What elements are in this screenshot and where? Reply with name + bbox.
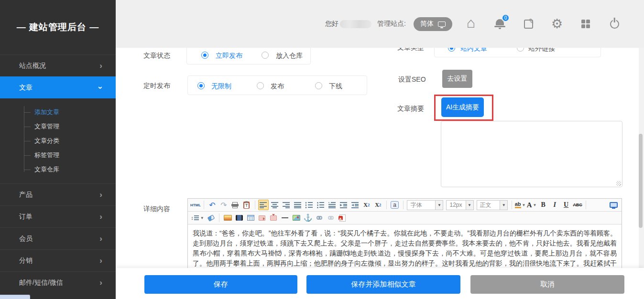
bold-icon[interactable]: B <box>538 200 548 210</box>
subscript-icon[interactable]: X2 <box>361 200 372 210</box>
paste-text-icon[interactable] <box>241 200 252 210</box>
notifications-button[interactable]: 0 <box>493 18 506 30</box>
align-center-icon[interactable] <box>270 200 280 210</box>
align-right-icon[interactable] <box>281 200 292 210</box>
compose-button[interactable]: ✎ <box>522 18 535 30</box>
sidebar-item-members[interactable]: 会员 › <box>0 227 116 249</box>
radio-to-warehouse[interactable] <box>262 52 269 59</box>
outdent-icon[interactable] <box>350 200 360 210</box>
radio-publish-label: 发布 <box>271 82 284 91</box>
browser-status-tooltip <box>0 295 30 299</box>
red-highlight-box: AI生成摘要 <box>434 95 493 121</box>
insert-table-icon[interactable] <box>245 213 256 223</box>
submenu-item-article-manage[interactable]: 文章管理 <box>0 119 116 134</box>
redo-icon[interactable]: ↷ <box>218 200 229 210</box>
sidebar-item-label: 站点概况 <box>19 62 46 70</box>
chevron-right-icon: › <box>99 235 102 243</box>
sidebar-item-products[interactable]: 产品 › <box>0 183 116 205</box>
schedule-label: 定时发布 <box>143 82 170 90</box>
ordered-list-icon[interactable] <box>304 200 315 210</box>
superscript-icon[interactable]: X2 <box>373 200 383 210</box>
unlink-icon[interactable] <box>326 213 336 223</box>
sidebar-item-articles[interactable]: 文章 › <box>0 76 116 98</box>
insert-image-icon[interactable] <box>222 213 233 223</box>
apps-button[interactable] <box>579 18 592 30</box>
radio-publish[interactable] <box>257 82 264 89</box>
editor-toolbar-row2: ↕ ▼ ⚓ A <box>188 212 622 224</box>
radio-external-link[interactable] <box>517 48 524 52</box>
paragraph-format-select[interactable]: 正文▼ <box>477 200 508 210</box>
italic-icon[interactable]: I <box>549 200 560 210</box>
sidebar-item-distribution[interactable]: 分销 › <box>0 249 116 271</box>
notification-badge: 0 <box>502 14 510 22</box>
manage-site-label: 管理站点: <box>377 20 406 28</box>
font-color-icon[interactable]: A▼ <box>526 200 537 210</box>
article-type-label: 文章类型 <box>397 48 424 52</box>
radio-no-limit[interactable] <box>197 82 205 89</box>
sidebar-item-orders[interactable]: 订单 › <box>0 205 116 227</box>
bottom-action-bar: 保存 保存并添加相似文章 取消 <box>116 268 644 299</box>
save-button[interactable]: 保存 <box>144 275 297 294</box>
monitor-icon <box>438 21 446 27</box>
sidebar-item-label: 文章 <box>19 84 33 92</box>
font-family-select[interactable]: 字体▼ <box>407 200 443 210</box>
radio-offline[interactable] <box>315 82 322 89</box>
image-map-icon[interactable] <box>291 213 302 223</box>
submenu-item-article-category[interactable]: 文章分类 <box>0 134 116 148</box>
sidebar-item-mail-sms-wechat[interactable]: 邮件/短信/微信 › <box>0 271 116 293</box>
line-height-icon[interactable]: ↕ ▼ <box>190 213 205 223</box>
first-line-indent-icon[interactable] <box>327 200 338 210</box>
home-button[interactable]: ⌂ <box>465 18 477 30</box>
scrollbar-thumb[interactable] <box>639 134 643 228</box>
cancel-button[interactable]: 取消 <box>470 275 624 294</box>
sidebar-item-site-overview[interactable]: 站点概况 › <box>0 54 116 76</box>
format-eraser-icon[interactable] <box>206 213 216 223</box>
logout-button[interactable] <box>608 18 621 30</box>
underline-icon[interactable]: U <box>561 200 571 210</box>
anchor-icon[interactable]: ⚓ <box>303 213 313 223</box>
radio-no-limit-label: 无限制 <box>211 82 231 91</box>
font-size-select[interactable]: 12px▼ <box>446 200 473 210</box>
justify-icon[interactable] <box>293 200 303 210</box>
submenu-item-add-article[interactable]: 添加文章 <box>0 105 116 119</box>
unordered-list-icon[interactable] <box>316 200 326 210</box>
gear-icon: ⚙ <box>551 18 563 31</box>
page-break-icon[interactable] <box>257 213 267 223</box>
indent-icon[interactable] <box>338 200 349 210</box>
article-status-group: 立即发布 放入仓库 <box>186 48 311 64</box>
settings-button[interactable]: ⚙ <box>551 18 563 30</box>
submenu-item-tag-manage[interactable]: 标签管理 <box>0 148 116 162</box>
schedule-group: 无限制 发布 下线 <box>187 75 367 95</box>
strikethrough-icon[interactable]: ABC <box>572 200 583 210</box>
insert-video-icon[interactable] <box>234 213 244 223</box>
rich-text-editor: HTML ↶ ↷ <box>187 198 622 268</box>
align-left-icon[interactable] <box>258 200 269 210</box>
fullscreen-icon[interactable] <box>609 200 619 210</box>
sidebar-item-label: 分销 <box>19 256 33 265</box>
language-site-switch-button[interactable]: 简体 <box>414 17 452 31</box>
app-title: — 建站管理后台 — <box>0 0 116 54</box>
highlight-color-icon[interactable]: ab▼ <box>515 200 525 210</box>
template-insert-icon[interactable] <box>268 213 279 223</box>
auto-typeset-icon[interactable]: a <box>390 200 400 210</box>
sidebar: — 建站管理后台 — 站点概况 › 文章 › 添加文章 文章管理 文章分类 标签… <box>0 0 116 299</box>
summary-textarea[interactable] <box>441 121 622 187</box>
ai-generate-summary-button[interactable]: AI生成摘要 <box>441 97 484 117</box>
html-source-button[interactable]: HTML <box>190 200 201 210</box>
seo-settings-button[interactable]: 去设置 <box>442 70 472 88</box>
print-icon[interactable] <box>230 200 240 210</box>
radio-internal-article[interactable] <box>448 48 455 52</box>
chevron-right-icon: › <box>99 256 102 265</box>
undo-icon[interactable]: ↶ <box>207 200 218 210</box>
radio-to-warehouse-label: 放入仓库 <box>276 52 303 60</box>
insert-link-icon[interactable] <box>314 213 325 223</box>
radio-publish-now[interactable] <box>201 52 208 59</box>
submenu-item-article-warehouse[interactable]: 文章仓库 <box>0 162 116 177</box>
article-status-label: 文章状态 <box>143 52 170 60</box>
username-redacted <box>340 20 371 28</box>
horizontal-rule-icon[interactable] <box>280 213 290 223</box>
save-and-add-similar-button[interactable]: 保存并添加相似文章 <box>306 275 460 294</box>
editor-content-area[interactable]: 我说道：“爸爸，你走吧。”他往车外看了看，说：“我买几个橘子去。你就在此地，不要… <box>188 224 622 268</box>
chevron-right-icon: › <box>99 213 102 221</box>
word-image-import-icon[interactable]: A <box>337 213 348 223</box>
